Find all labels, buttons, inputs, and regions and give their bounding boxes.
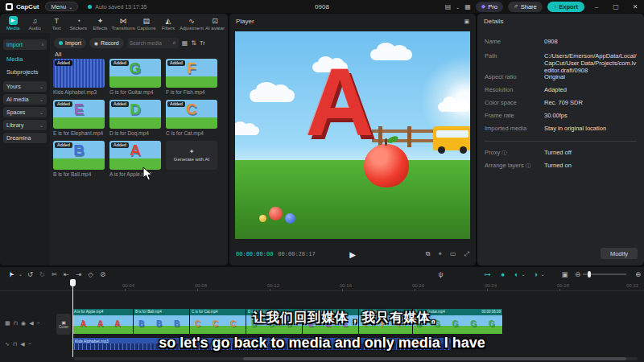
- sidebar-item-label: Spaces: [6, 109, 25, 115]
- blue-ball: [285, 213, 295, 224]
- magnet-snap-icon[interactable]: ⊶: [481, 270, 493, 278]
- redo-icon[interactable]: ↻: [36, 270, 48, 278]
- trim-left-icon[interactable]: ⇤: [60, 270, 72, 278]
- search-input[interactable]: [130, 40, 173, 46]
- waveform-icon[interactable]: ∿: [5, 341, 13, 347]
- media-item-f[interactable]: AddedF F is for Fish.mp4: [166, 59, 217, 95]
- focus-icon[interactable]: ⌖: [439, 250, 443, 258]
- chevron-down-icon[interactable]: ⌄: [520, 271, 526, 277]
- media-item-d[interactable]: AddedD D is for Dog.mp4: [109, 100, 161, 136]
- cover-button[interactable]: ▣ Cover: [56, 314, 71, 335]
- zoom-out-icon[interactable]: ⊖: [572, 270, 584, 278]
- ratio-icon[interactable]: ▭: [450, 250, 456, 258]
- record-button[interactable]: ◉Record: [89, 38, 124, 48]
- sort-icon[interactable]: ⇅: [191, 39, 196, 47]
- tab-transitions[interactable]: ⋈Transitions: [112, 17, 135, 31]
- timeline-ruler[interactable]: 00:04 00:08 00:12 00:16 00:20 00:24 00:2…: [0, 281, 644, 291]
- undo-icon[interactable]: ↺: [24, 270, 36, 278]
- panel-grid-icon[interactable]: ▦: [464, 3, 471, 10]
- sidebar-item-subprojects[interactable]: Subprojects: [3, 68, 47, 76]
- layout-chevron-icon[interactable]: ⌄: [456, 4, 460, 10]
- thumb-letter: G: [109, 60, 161, 77]
- chevron-down-icon: ⌄: [39, 109, 43, 115]
- tab-adjustment[interactable]: ∿Adjustment: [180, 17, 204, 31]
- visibility-icon[interactable]: ◉: [21, 320, 29, 326]
- media-item-a[interactable]: AddedA A is for Apple.mp4: [109, 141, 161, 177]
- tab-audio[interactable]: ♫Audio: [24, 17, 45, 31]
- timeline-clip-a[interactable]: A is for Apple.mp4 A A A: [72, 309, 134, 334]
- sidebar-item-media[interactable]: Media: [3, 56, 47, 63]
- maximize-button[interactable]: ▢: [609, 3, 623, 10]
- zoom-slider[interactable]: [583, 274, 626, 275]
- generate-with-ai-card[interactable]: ✦ Generate with AI: [166, 141, 217, 177]
- sidebar-item-yours[interactable]: Yours⌄: [3, 81, 47, 92]
- timeline-clip-c[interactable]: C is for Cat.mp4 C C C: [190, 309, 246, 334]
- media-item-b[interactable]: AddedB B is for Ball.mp4: [53, 141, 105, 177]
- tab-text[interactable]: TText: [46, 17, 67, 31]
- media-section-all[interactable]: All: [55, 51, 61, 58]
- fullscreen-icon[interactable]: ⤢: [464, 250, 469, 258]
- delete-icon[interactable]: ⊘: [97, 270, 109, 278]
- timeline-clip-b[interactable]: B is for Ball.mp4 B B B: [134, 309, 190, 334]
- mute-icon[interactable]: ◀: [29, 320, 36, 326]
- view-grid-icon[interactable]: ▦: [182, 39, 188, 47]
- lock-icon[interactable]: ⊓: [13, 341, 20, 347]
- video-track-controls[interactable]: ▦⊓◉◀−: [5, 320, 43, 327]
- main-track-icon[interactable]: ▦: [5, 320, 14, 326]
- media-item-e[interactable]: AddedE E is for Elephant.mp4: [53, 100, 105, 136]
- media-item-audio[interactable]: Added Kids Alphabet.mp3: [53, 59, 105, 95]
- mute-icon[interactable]: ◀: [20, 341, 27, 347]
- media-search[interactable]: ⌕: [127, 38, 179, 48]
- zoom-in-icon[interactable]: ⊕: [632, 270, 644, 278]
- cover-template-icon[interactable]: ▣: [559, 270, 571, 278]
- menu-button[interactable]: Menu ⌄: [45, 2, 78, 11]
- horizontal-scrollbar[interactable]: [74, 357, 638, 360]
- tab-media[interactable]: ▶ Media: [2, 16, 23, 31]
- collapse-icon[interactable]: −: [28, 341, 35, 347]
- link-toggle-icon[interactable]: ●: [497, 270, 509, 278]
- export-button[interactable]: ↑ Export: [547, 2, 584, 12]
- player-display-mode-icon[interactable]: ▣: [464, 19, 469, 25]
- play-button[interactable]: ▶: [349, 250, 356, 259]
- video-preview[interactable]: A: [235, 31, 470, 239]
- tab-stickers[interactable]: ◔Stickers: [68, 17, 89, 31]
- voiceover-mic-icon[interactable]: ψ: [435, 270, 447, 278]
- select-tool-chevron-icon[interactable]: ⌄: [17, 271, 24, 277]
- workspace-layout-icon[interactable]: ▤: [445, 3, 452, 10]
- player-controls: 00:00:00:00 00:00:28:17 ▶ ⧉ ⌖ ▭ ⤢: [229, 246, 476, 262]
- mirror-icon[interactable]: ⧉: [426, 250, 431, 258]
- tab-ai-avatar[interactable]: ⊡AI avatar: [204, 17, 225, 31]
- toggle-value[interactable]: Turned on: [544, 162, 638, 170]
- import-button[interactable]: Import: [54, 38, 86, 48]
- import-dot-icon: [59, 41, 63, 45]
- media-item-g[interactable]: AddedG G is for Guitar.mp4: [109, 59, 161, 95]
- audio-track-controls[interactable]: ∿⊓◀−: [5, 341, 35, 348]
- lock-icon[interactable]: ⊓: [14, 320, 21, 326]
- tab-captions[interactable]: ▤Captions: [136, 17, 157, 31]
- close-button[interactable]: ✕: [628, 3, 642, 10]
- filter-icon[interactable]: Tr: [200, 39, 205, 47]
- minimize-button[interactable]: –: [589, 3, 604, 10]
- sidebar-item-ai-media[interactable]: AI media⌄: [3, 94, 47, 105]
- sidebar-item-library[interactable]: Library⌄: [3, 120, 47, 130]
- sidebar-import[interactable]: Import ›: [3, 39, 47, 50]
- share-button[interactable]: ⇗ Share: [508, 2, 543, 12]
- sidebar-item-dreamina[interactable]: Dreamina: [3, 133, 47, 143]
- school-bus: [433, 126, 470, 150]
- media-item-c[interactable]: AddedC C is for Cat.mp4: [166, 100, 217, 136]
- scrollbar-thumb[interactable]: [243, 357, 626, 360]
- zoom-slider-thumb[interactable]: [588, 271, 591, 278]
- tab-effects[interactable]: ✦Effects: [89, 17, 110, 31]
- select-tool-icon[interactable]: ➤: [5, 267, 17, 282]
- toggle-value[interactable]: Turned off: [544, 149, 638, 157]
- trim-right-icon[interactable]: ⇥: [72, 270, 85, 278]
- pro-diamond-icon: ◆: [481, 3, 485, 10]
- chevron-down-icon[interactable]: ⌄: [539, 271, 546, 277]
- pro-button[interactable]: ◆ Pro: [476, 2, 503, 12]
- sidebar-item-spaces[interactable]: Spaces⌄: [3, 107, 47, 117]
- split-icon[interactable]: ✂: [48, 270, 60, 278]
- keyframe-icon[interactable]: ◇: [85, 270, 97, 278]
- collapse-icon[interactable]: −: [37, 320, 43, 326]
- modify-button[interactable]: Modify: [601, 248, 638, 259]
- tab-filters[interactable]: ◭Filters: [158, 17, 179, 31]
